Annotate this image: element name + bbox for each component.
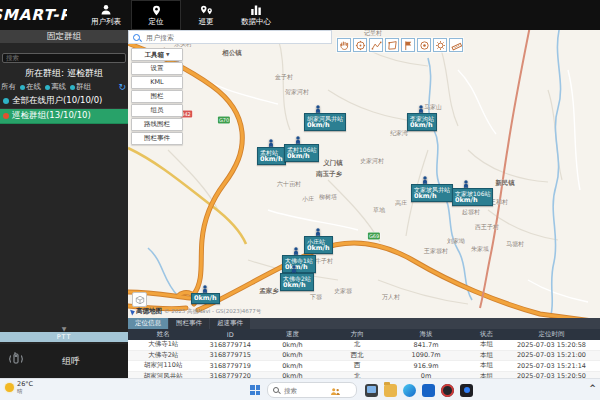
map-place-label: 西王子村 xyxy=(475,223,499,232)
media-app-icon[interactable] xyxy=(441,384,454,397)
blue-app-icon[interactable] xyxy=(422,384,435,397)
edge-browser-icon[interactable] xyxy=(403,384,416,397)
user-marker[interactable]: 大佛寺1站0km/h xyxy=(292,243,300,262)
marker-label: 大佛寺1站0km/h xyxy=(282,255,316,273)
user-marker[interactable]: 文家坡风井站0km/h xyxy=(421,172,429,191)
column-header: 纬度 xyxy=(590,329,600,340)
user-marker[interactable]: 李家沟站0km/h xyxy=(417,101,425,120)
tab-data-center[interactable]: 数据中心 xyxy=(231,0,281,30)
group-call-button[interactable]: 组呼 xyxy=(0,344,128,378)
table-cell: 本组 xyxy=(460,361,513,372)
refresh-icon[interactable]: ↻ xyxy=(118,83,126,91)
marker-speed: 0km/h xyxy=(414,193,450,200)
menu-item-2[interactable]: 围栏 xyxy=(131,90,183,103)
tab-patrol[interactable]: 巡更 xyxy=(181,0,231,30)
chevron-down-icon: ▼ xyxy=(166,52,169,57)
task-view-button[interactable] xyxy=(365,384,378,397)
table-row[interactable]: 胡家河110站31687797190km/h西916.9m本组2025-07-0… xyxy=(128,361,600,372)
bottom-tab-0[interactable]: 定位信息 xyxy=(128,318,168,329)
weather-widget[interactable]: 26°C 晴 xyxy=(5,381,33,394)
bottom-tab-1[interactable]: 围栏事件 xyxy=(169,318,209,329)
map-canvas[interactable]: 东头村相公镇记呈村金子村贺家河村马家山纪家湾史家河村义门镇南玉子乡六十亩村小庄柳… xyxy=(128,30,600,318)
menu-item-4[interactable]: 路线围栏 xyxy=(131,118,183,131)
view-3d-button[interactable] xyxy=(132,292,147,307)
marker-speed: 0km/h xyxy=(260,156,283,163)
table-cell: 35.156075 xyxy=(590,361,600,372)
tool-compass-button[interactable] xyxy=(353,38,367,52)
marker-speed: 0km/h xyxy=(287,153,316,160)
bottom-tabs: 定位信息围栏事件超速事件 xyxy=(128,318,600,329)
table-cell: 0km/h xyxy=(262,361,323,372)
table-row[interactable]: 大佛寺1站31687797140km/h北841.7m本组2025-07-03 … xyxy=(128,340,600,350)
group-search-input[interactable] xyxy=(2,53,126,63)
taskbar-search-input[interactable] xyxy=(282,386,330,395)
user-marker[interactable]: 胡家河风井站0km/h xyxy=(314,101,322,120)
tool-circle-marker-button[interactable] xyxy=(417,38,431,52)
user-search-input[interactable] xyxy=(144,33,308,42)
user-marker[interactable]: 0km/h xyxy=(201,281,209,300)
group-filters: 所有在线离线群组↻ xyxy=(0,81,128,94)
bottom-tab-2[interactable]: 超速事件 xyxy=(210,318,250,329)
map-place-label: 南玉子乡 xyxy=(316,170,342,179)
menu-item-0[interactable]: 设置 xyxy=(131,62,183,75)
group-call-label: 组呼 xyxy=(62,355,80,368)
tab-locate[interactable]: 定位 xyxy=(131,0,181,30)
table-cell: 大佛寺2站 xyxy=(128,350,198,361)
gear-icon xyxy=(435,36,446,55)
search-icon xyxy=(133,34,140,41)
menu-item-1[interactable]: KML xyxy=(131,76,183,89)
table-cell: 胡家河110站 xyxy=(128,361,198,372)
table-row[interactable]: 大佛寺2站31687797150km/h西北1090.7m本组2025-07-0… xyxy=(128,350,600,361)
tool-flag-button[interactable] xyxy=(401,38,415,52)
marker-speed: 0km/h xyxy=(283,282,311,289)
filter-0[interactable]: 所有 xyxy=(0,82,16,92)
user-marker[interactable]: 大佛寺2站0km/h xyxy=(290,261,298,280)
tool-gear-button[interactable] xyxy=(433,38,447,52)
table-cell: 2025-07-03 15:20:58 xyxy=(513,340,590,350)
map-place-label: 马塘村 xyxy=(506,240,524,249)
collapse-arrow-icon[interactable]: ▼ xyxy=(0,325,128,332)
table-cell: 0km/h xyxy=(262,371,323,378)
tool-polyline-button[interactable] xyxy=(369,38,383,52)
toolbox-menu-button[interactable]: 工具箱▼ xyxy=(131,48,183,61)
current-group-label: 所在群组: 巡检群组 xyxy=(0,65,128,81)
menu-item-3[interactable]: 组员 xyxy=(131,104,183,117)
marker-speed: 0km/h xyxy=(455,197,490,204)
table-row[interactable]: 胡家河风井站31687797200km/h北0m本组2025-07-03 15:… xyxy=(128,371,600,378)
road-badge: G69 xyxy=(368,233,380,240)
user-marker[interactable]: 文家坡106站0km/h xyxy=(462,176,470,195)
tab-user-list[interactable]: 用户列表 xyxy=(81,0,131,30)
taskbar-search[interactable] xyxy=(267,382,357,398)
ruler-icon xyxy=(451,36,462,55)
tool-pan-hand-button[interactable] xyxy=(337,38,351,52)
table-cell: 2025-07-03 15:21:14 xyxy=(513,361,590,372)
marker-label: 小庄站0km/h xyxy=(304,236,333,254)
ptt-bar[interactable]: PTT xyxy=(0,332,128,342)
table-cell: 本组 xyxy=(460,371,513,378)
ptt-app-icon[interactable] xyxy=(460,384,473,397)
user-marker[interactable]: 小庄站0km/h xyxy=(314,224,322,243)
weather-desc: 晴 xyxy=(17,389,33,395)
filter-3[interactable]: 群组 xyxy=(70,82,91,92)
marker-label: 孟村106站0km/h xyxy=(284,144,319,162)
user-marker[interactable]: 孟村106站0km/h xyxy=(294,132,302,151)
circle-marker-icon xyxy=(419,36,430,55)
tool-polygon-button[interactable] xyxy=(385,38,399,52)
tray-expand-chevron[interactable]: ^ xyxy=(589,384,596,394)
user-marker[interactable]: 孟村站0km/h xyxy=(267,135,275,154)
tool-ruler-button[interactable] xyxy=(449,38,463,52)
filter-1[interactable]: 在线 xyxy=(20,82,41,92)
group-item[interactable]: 巡检群组(13/10/10) xyxy=(0,109,128,124)
menu-item-5[interactable]: 围栏事件 xyxy=(131,132,183,145)
column-header: 姓名 xyxy=(128,329,198,340)
table-cell: 3168779720 xyxy=(198,371,262,378)
table-cell: 0km/h xyxy=(262,340,323,350)
windows-start-button[interactable] xyxy=(250,385,260,395)
group-item[interactable]: 全部在线用户(10/10/0) xyxy=(0,94,128,109)
map-search-bar[interactable] xyxy=(128,30,332,44)
map-draw-toolbar xyxy=(336,37,464,53)
filter-2[interactable]: 离线 xyxy=(45,82,66,92)
user-list-icon xyxy=(100,3,112,16)
map-place-label: 朱家坬 xyxy=(471,245,489,254)
file-explorer-icon[interactable] xyxy=(384,384,397,397)
